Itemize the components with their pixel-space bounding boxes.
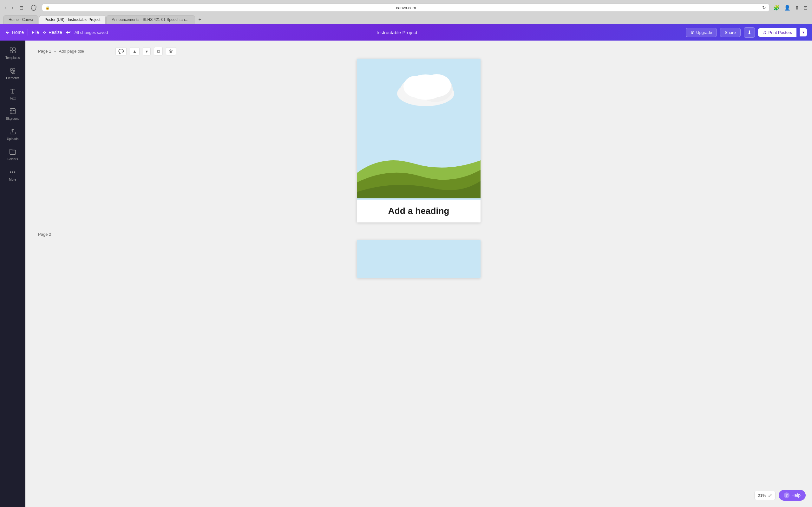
crown-icon: ♛: [691, 30, 694, 35]
expand-button[interactable]: ⤢: [768, 493, 772, 498]
svg-rect-3: [13, 51, 15, 53]
canvas-page-1[interactable]: Add a heading: [357, 59, 480, 222]
sidebar-item-templates[interactable]: Templates: [1, 44, 24, 63]
svg-rect-1: [13, 48, 15, 50]
svg-rect-2: [10, 51, 12, 53]
canvas-area[interactable]: Page 1 - 💬 ▲ ▾ ⧉ 🗑: [26, 41, 812, 507]
browser-actions: 🧩 👤 ⬆ ⊡: [772, 3, 809, 12]
background-icon: [9, 108, 16, 116]
svg-rect-8: [10, 109, 15, 114]
poster-heading[interactable]: Add a heading: [357, 200, 480, 222]
poster-ground: [357, 135, 480, 200]
resize-icon: ⊹: [43, 30, 47, 35]
background-label: Bkground: [6, 117, 20, 120]
tab-home[interactable]: Home - Canva: [3, 15, 38, 24]
svg-point-4: [10, 68, 13, 71]
file-button[interactable]: File: [32, 30, 39, 35]
download-button[interactable]: ⬇: [744, 27, 755, 38]
print-posters-button[interactable]: 🖨 Print Posters: [758, 28, 797, 37]
browser-toolbar: ‹ › ⊟ 🔒 ↻ 🧩 👤 ⬆ ⊡: [0, 0, 812, 15]
svg-point-11: [14, 172, 15, 173]
duplicate-page-button[interactable]: ⧉: [154, 47, 163, 55]
settings-button[interactable]: ⊡: [802, 3, 809, 12]
delete-page-button[interactable]: 🗑: [166, 47, 176, 55]
templates-icon: [9, 47, 16, 55]
sidebar-toggle-button[interactable]: ⊟: [17, 3, 26, 12]
zoom-level: 21%: [758, 493, 766, 498]
zoom-indicator: 21% ⤢: [754, 491, 775, 500]
topbar-left: Home File ⊹ Resize ↩ All changes saved: [5, 29, 108, 36]
sidebar: Templates Elements: [0, 41, 26, 507]
resize-label: Resize: [49, 30, 62, 35]
print-label: Print Posters: [768, 30, 792, 35]
templates-label: Templates: [5, 56, 20, 60]
upgrade-button[interactable]: ♛ Upgrade: [686, 28, 717, 37]
profile-button[interactable]: 👤: [783, 3, 792, 12]
shield-icon: [28, 2, 39, 13]
more-label: More: [9, 178, 16, 181]
folders-label: Folders: [7, 158, 18, 161]
back-button[interactable]: ‹: [3, 4, 9, 11]
undo-button[interactable]: ↩: [66, 29, 71, 36]
move-down-button[interactable]: ▾: [143, 47, 151, 55]
new-tab-button[interactable]: +: [196, 15, 204, 24]
lock-icon: 🔒: [45, 6, 50, 10]
move-up-button[interactable]: ▲: [130, 47, 140, 55]
main-content: Templates Elements: [0, 41, 812, 507]
share-page-button[interactable]: ⬆: [794, 3, 800, 12]
svg-point-10: [12, 172, 13, 173]
page2-illustration: [357, 240, 480, 278]
upgrade-label: Upgrade: [696, 30, 712, 35]
page2-controls: Page 2: [38, 232, 799, 237]
tab-poster[interactable]: Poster (US) - Instructable Project: [39, 15, 106, 24]
browser-tabs: Home - Canva Poster (US) - Instructable …: [0, 15, 812, 24]
uploads-label: Uploads: [7, 137, 19, 141]
page1-controls: Page 1 - 💬 ▲ ▾ ⧉ 🗑: [38, 47, 799, 55]
refresh-button[interactable]: ↻: [762, 5, 766, 10]
poster-illustration: [357, 59, 480, 200]
project-title: Instructable Project: [376, 30, 417, 35]
sidebar-item-text[interactable]: Text: [1, 84, 24, 103]
help-label: Help: [792, 493, 801, 498]
share-button[interactable]: Share: [720, 28, 741, 37]
comment-button[interactable]: 💬: [115, 47, 126, 55]
resize-button[interactable]: ⊹ Resize: [43, 30, 62, 35]
print-icon: 🖨: [763, 30, 767, 35]
elements-icon: [9, 67, 16, 75]
sidebar-item-uploads[interactable]: Uploads: [1, 125, 24, 144]
elements-label: Elements: [6, 76, 19, 80]
print-dropdown-button[interactable]: ▾: [800, 28, 807, 37]
canvas-page-2[interactable]: [357, 240, 480, 278]
changes-saved-text: All changes saved: [74, 30, 108, 35]
help-icon: ?: [784, 493, 790, 498]
sidebar-item-elements[interactable]: Elements: [1, 64, 24, 83]
help-button[interactable]: ? Help: [779, 490, 806, 501]
folders-icon: [9, 148, 16, 156]
topbar-center: Instructable Project: [113, 30, 681, 35]
browser-chrome: ‹ › ⊟ 🔒 ↻ 🧩 👤 ⬆ ⊡ Home - Canva Poster (U…: [0, 0, 812, 24]
page1-title-input[interactable]: [59, 49, 112, 54]
more-icon: [9, 169, 16, 176]
svg-point-17: [422, 74, 451, 97]
nav-buttons: ‹ ›: [3, 4, 15, 11]
tab-announcements[interactable]: Announcements - SLHS 421-01 Speech and V…: [106, 15, 195, 24]
home-button[interactable]: Home: [5, 30, 24, 35]
topbar: Home File ⊹ Resize ↩ All changes saved I…: [0, 24, 812, 41]
address-bar-container: 🔒 ↻: [42, 3, 769, 12]
app: Home File ⊹ Resize ↩ All changes saved I…: [0, 24, 812, 507]
home-label: Home: [12, 30, 24, 35]
forward-button[interactable]: ›: [10, 4, 15, 11]
extensions-button[interactable]: 🧩: [772, 3, 781, 12]
text-icon: [9, 88, 16, 95]
svg-rect-5: [13, 68, 15, 70]
sidebar-item-folders[interactable]: Folders: [1, 145, 24, 164]
address-bar-input[interactable]: [52, 5, 760, 10]
bottom-bar: 21% ⤢ ? Help: [754, 490, 806, 501]
page1-label: Page 1: [38, 49, 51, 54]
text-label: Text: [10, 97, 15, 100]
sidebar-item-background[interactable]: Bkground: [1, 105, 24, 124]
svg-rect-0: [10, 48, 12, 50]
page2-label: Page 2: [38, 232, 51, 237]
sidebar-item-more[interactable]: More: [1, 165, 24, 184]
page-dash: -: [54, 49, 55, 54]
